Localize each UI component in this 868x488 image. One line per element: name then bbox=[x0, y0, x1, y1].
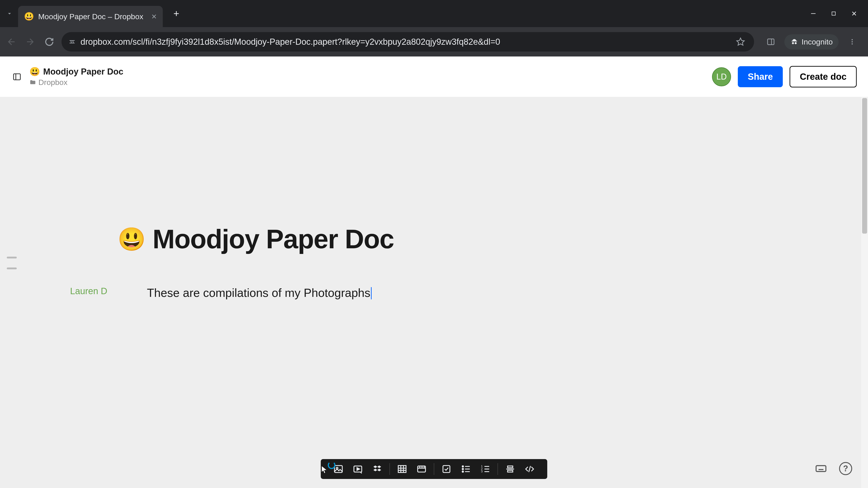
sidebar-toggle-icon[interactable] bbox=[11, 71, 23, 83]
svg-point-31 bbox=[462, 468, 464, 470]
scrollbar-track[interactable] bbox=[861, 97, 868, 488]
bulleted-list-icon[interactable] bbox=[460, 463, 472, 475]
browser-menu-icon[interactable] bbox=[845, 35, 859, 48]
nav-forward-button[interactable] bbox=[24, 35, 37, 48]
svg-rect-12 bbox=[13, 74, 20, 80]
svg-point-33 bbox=[462, 471, 464, 473]
margin-handles[interactable] bbox=[7, 257, 17, 269]
svg-rect-1 bbox=[832, 12, 835, 15]
insert-toolbar: 123 bbox=[321, 459, 547, 479]
tab-close-icon[interactable]: ✕ bbox=[151, 13, 157, 21]
keyboard-shortcuts-icon[interactable] bbox=[814, 462, 828, 475]
svg-point-11 bbox=[851, 43, 852, 44]
bookmark-star-icon[interactable] bbox=[734, 35, 747, 48]
numbered-list-icon[interactable]: 123 bbox=[479, 463, 491, 475]
incognito-badge[interactable]: Incognito bbox=[784, 34, 839, 50]
folder-icon bbox=[29, 79, 36, 86]
browser-tab[interactable]: 😃 Moodjoy Paper Doc – Dropbox ✕ bbox=[18, 6, 163, 27]
share-button[interactable]: Share bbox=[738, 66, 783, 87]
page-title[interactable]: Moodjoy Paper Doc bbox=[153, 224, 394, 254]
header-doc-emoji: 😃 bbox=[29, 67, 40, 76]
nav-reload-button[interactable] bbox=[42, 35, 56, 48]
svg-rect-43 bbox=[508, 470, 513, 472]
avatar-initials: LD bbox=[716, 72, 727, 82]
divider-icon[interactable] bbox=[504, 463, 516, 475]
loading-spinner-icon bbox=[328, 461, 336, 469]
avatar[interactable]: LD bbox=[712, 67, 731, 86]
code-icon[interactable] bbox=[524, 463, 535, 475]
body-text[interactable]: These are compilations of my Photographs bbox=[147, 286, 372, 300]
create-doc-button[interactable]: Create doc bbox=[789, 66, 857, 88]
svg-line-4 bbox=[71, 40, 71, 43]
svg-rect-7 bbox=[768, 39, 774, 44]
window-maximize-button[interactable] bbox=[829, 9, 838, 18]
svg-line-5 bbox=[73, 40, 73, 43]
video-icon[interactable] bbox=[352, 463, 364, 475]
svg-rect-28 bbox=[443, 466, 450, 473]
svg-marker-6 bbox=[737, 38, 744, 45]
svg-text:3: 3 bbox=[481, 470, 483, 473]
handle-icon bbox=[7, 257, 17, 258]
breadcrumb-label: Dropbox bbox=[38, 78, 68, 87]
svg-rect-14 bbox=[335, 466, 342, 473]
author-label: Lauren D bbox=[70, 286, 107, 296]
tab-title: Moodjoy Paper Doc – Dropbox bbox=[38, 12, 147, 21]
tab-favicon: 😃 bbox=[24, 12, 34, 21]
body-text-content: These are compilations of my Photographs bbox=[147, 286, 370, 299]
window-minimize-button[interactable] bbox=[809, 9, 818, 18]
table-icon[interactable] bbox=[396, 463, 408, 475]
svg-line-44 bbox=[529, 466, 530, 472]
timeline-icon[interactable] bbox=[416, 463, 428, 475]
tab-search-dropdown[interactable] bbox=[3, 7, 16, 20]
handle-icon bbox=[7, 267, 17, 269]
svg-rect-18 bbox=[398, 466, 406, 473]
new-tab-button[interactable]: + bbox=[169, 7, 183, 20]
dropbox-icon[interactable] bbox=[371, 463, 383, 475]
text-cursor bbox=[371, 287, 372, 299]
doc-emoji[interactable]: 😃 bbox=[118, 226, 146, 252]
site-info-icon[interactable] bbox=[68, 38, 76, 46]
address-bar[interactable]: dropbox.com/scl/fi/n3zfj9fyi392l1d8x5ist… bbox=[61, 32, 754, 52]
svg-marker-17 bbox=[357, 468, 360, 470]
scrollbar-thumb[interactable] bbox=[862, 98, 867, 234]
svg-rect-45 bbox=[816, 466, 826, 471]
svg-point-10 bbox=[851, 41, 852, 42]
svg-rect-42 bbox=[508, 466, 513, 468]
side-panel-icon[interactable] bbox=[764, 35, 778, 48]
url-text: dropbox.com/scl/fi/n3zfj9fyi392l1d8x5ist… bbox=[81, 37, 500, 47]
incognito-label: Incognito bbox=[802, 37, 833, 46]
nav-back-button[interactable] bbox=[4, 35, 18, 48]
svg-point-29 bbox=[462, 466, 464, 467]
help-icon[interactable]: ? bbox=[839, 462, 852, 475]
breadcrumb[interactable]: Dropbox bbox=[29, 78, 123, 87]
window-close-button[interactable]: ✕ bbox=[849, 9, 859, 18]
checklist-icon[interactable] bbox=[440, 463, 452, 475]
header-doc-title: Moodjoy Paper Doc bbox=[43, 67, 123, 76]
svg-point-9 bbox=[851, 39, 852, 40]
